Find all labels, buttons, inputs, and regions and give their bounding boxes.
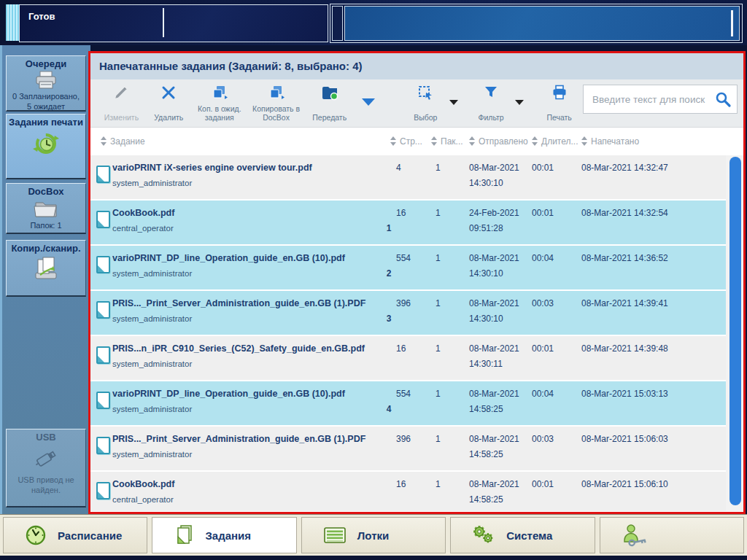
selection-order-badge: 2 [382,268,396,279]
table-row[interactable]: varioPRINT_DP_line_Operation_guide_en.GB… [90,381,743,427]
delete-x-icon [160,84,177,101]
selection-order-badge: 1 [382,223,396,233]
table-row[interactable]: PRIS..._Print_Server_Administration_guid… [90,291,743,336]
job-owner: system_administrator [112,178,390,192]
jobs-rows: varioPRINT iX-series engine overview tou… [90,155,743,511]
job-pages: 554 [396,388,431,404]
job-owner: system_administrator [112,404,390,419]
sidebar-item-usb[interactable]: USB USB привод не найден. [6,429,86,508]
job-owner: system_administrator [112,359,390,373]
table-row[interactable]: CookBook.pdf central_operator 16 1 08-Ma… [90,472,743,511]
select-label: Выбор [414,113,437,122]
jobs-table-body: varioPRINT iX-series engine overview tou… [90,155,743,511]
docbox-title: DocBox [7,184,85,197]
tab-system[interactable]: Система [450,517,595,553]
transfer-button[interactable]: Передать [306,84,353,122]
job-sent-time: 14:58:25 [469,494,532,509]
column-header-sent[interactable]: Отправлено [469,136,532,147]
job-sent-time: 14:30:10 [469,268,532,283]
delete-button[interactable]: Удалить [145,84,193,122]
copy-to-waiting-button[interactable]: Коп. в ожид. задания [193,84,247,122]
top-status-bar: Готов [0,0,747,45]
usb-title: USB [7,429,85,443]
job-duration: 00:01 [532,207,581,223]
search-input[interactable] [591,93,713,106]
usb-subtitle-1: USB привод не [7,475,85,485]
job-name: PRIS..._Print_Server_Administration_guid… [112,298,390,314]
job-name: PRIS...n_iPR_C910_Series_(C52)_Safety_gu… [112,343,390,359]
printer-queue-icon [34,71,58,90]
jobs-document-icon [173,524,195,547]
printer-status-text: Готов [28,11,55,22]
job-printed-datetime: 08-Mar-2021 14:36:52 [581,252,724,268]
document-icon [96,392,110,409]
clock-icon [24,524,47,547]
table-row[interactable]: PRIS...n_iPR_C910_Series_(C52)_Safety_gu… [90,336,743,381]
print-jobs-icon [31,129,61,158]
tab-login[interactable] [600,517,744,553]
filter-dropdown-arrow[interactable] [515,100,524,105]
print-button[interactable]: Печать [535,84,583,122]
copy-scan-title: Копир./сканир. [7,241,85,254]
more-actions-button[interactable] [353,98,384,106]
search-box [583,85,738,114]
status-panel: Готов [19,4,328,42]
print-jobs-title: Задания печати [7,114,85,128]
queues-subtitle-1: 0 Запланировано, [7,91,85,101]
search-icon[interactable] [713,90,732,109]
table-row[interactable]: PRIS..._Print_Server_Administration_guid… [90,427,743,472]
column-header-sets[interactable]: Пак... [431,136,469,147]
table-row[interactable]: varioPRINT iX-series engine overview tou… [90,155,743,201]
document-icon [96,256,110,273]
tab-jobs-label: Задания [205,529,251,542]
job-sets: 1 [436,343,469,359]
transfer-label: Передать [312,113,347,122]
tab-jobs[interactable]: Задания [152,517,296,553]
usb-subtitle-2: найден. [7,485,85,495]
print-label: Печать [546,113,571,122]
job-sent-date: 08-Mar-2021 [469,433,532,449]
column-header-job[interactable]: Задание [90,136,390,147]
queues-subtitle-2: 5 ожидает [7,101,85,112]
scrollbar-track[interactable] [726,155,743,511]
sidebar-item-queues[interactable]: Очереди 0 Запланировано, 5 ожидает [6,55,86,112]
scrollbar-thumb[interactable] [729,157,741,505]
document-icon [96,301,110,319]
pencil-icon [112,84,130,101]
column-header-printed[interactable]: Напечатано [581,136,724,147]
table-row[interactable]: varioPRINT_DP_line_Operation_guide_en.GB… [90,246,743,291]
filter-label: Фильтр [478,113,503,122]
job-pages: 396 [396,298,431,314]
sidebar-item-print-jobs[interactable]: Задания печати [6,114,86,179]
table-row[interactable]: CookBook.pdf central_operator 16 1 1 24-… [90,201,743,246]
copy-icon [211,84,228,101]
job-sent-date: 08-Mar-2021 [469,388,532,404]
job-sent-date: 24-Feb-2021 [469,207,532,223]
job-sent-time: 14:58:25 [469,404,532,419]
queues-title: Очереди [7,56,85,69]
message-panel [344,6,740,41]
column-header-pages[interactable]: Стр... [390,136,431,147]
bottom-tab-bar: Расписание Задания Лотки [0,514,747,556]
copy-to-docbox-label: Копировать в DocBox [247,104,306,122]
sidebar-item-docbox[interactable]: DocBox Папок: 1 [6,183,86,234]
copy-to-docbox-button[interactable]: Копировать в DocBox [247,84,306,122]
job-pages: 396 [396,433,431,449]
job-name: varioPRINT_DP_line_Operation_guide_en.GB… [112,252,390,268]
activity-indicator [6,4,19,41]
job-printed-datetime: 08-Mar-2021 14:32:54 [581,207,724,223]
job-duration: 00:01 [532,478,581,494]
filter-button[interactable]: Фильтр [468,84,515,122]
select-button[interactable]: Выбор [402,84,449,122]
tab-schedule-label: Расписание [58,529,122,542]
job-owner: system_administrator [112,449,390,464]
select-dropdown-arrow[interactable] [449,100,458,105]
job-sent-date: 08-Mar-2021 [469,162,532,178]
sidebar-item-copy-scan[interactable]: Копир./сканир. [6,240,86,297]
tab-schedule[interactable]: Расписание [3,517,147,553]
job-printed-datetime: 08-Mar-2021 14:39:41 [581,298,724,314]
job-sets: 1 [436,433,469,449]
edit-button[interactable]: Изменить [98,84,145,122]
column-header-duration[interactable]: Длител... [532,136,581,147]
tab-trays[interactable]: Лотки [301,517,446,553]
